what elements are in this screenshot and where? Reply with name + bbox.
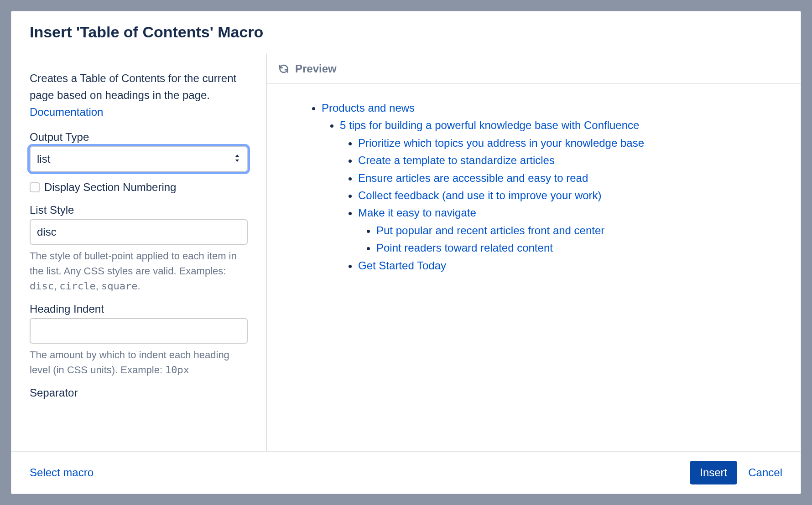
list-style-input[interactable] xyxy=(30,219,248,245)
separator-group: Separator xyxy=(30,386,248,399)
dialog-title: Insert 'Table of Contents' Macro xyxy=(30,23,782,41)
toc-list: Products and news 5 tips for building a … xyxy=(303,99,790,274)
documentation-link[interactable]: Documentation xyxy=(30,106,103,118)
section-numbering-row: Display Section Numbering xyxy=(30,181,248,194)
toc-item: Ensure articles are accessible and easy … xyxy=(358,170,790,187)
toc-item: Put popular and recent articles front an… xyxy=(376,222,790,239)
toc-link[interactable]: Point readers toward related content xyxy=(376,242,553,254)
preview-pane: Preview Products and news 5 tips for bui… xyxy=(267,54,801,451)
macro-dialog: Insert 'Table of Contents' Macro Creates… xyxy=(11,11,801,494)
footer-right: Insert Cancel xyxy=(690,461,782,484)
heading-indent-label: Heading Indent xyxy=(30,303,248,315)
heading-indent-help: The amount by which to indent each headi… xyxy=(30,347,248,377)
toc-link[interactable]: Put popular and recent articles front an… xyxy=(376,224,604,237)
section-numbering-checkbox[interactable] xyxy=(30,182,40,192)
description-text: Creates a Table of Contents for the curr… xyxy=(30,72,236,101)
toc-link[interactable]: Create a template to standardize article… xyxy=(358,154,555,166)
toc-link[interactable]: Products and news xyxy=(322,102,415,114)
output-type-select-wrapper: list xyxy=(30,146,248,172)
preview-header-title: Preview xyxy=(295,62,337,75)
toc-item: Point readers toward related content xyxy=(376,239,790,257)
toc-link[interactable]: Ensure articles are accessible and easy … xyxy=(358,172,588,184)
select-macro-link[interactable]: Select macro xyxy=(30,466,94,479)
list-style-label: List Style xyxy=(30,204,248,216)
refresh-icon[interactable] xyxy=(278,63,290,75)
toc-item: Make it easy to navigate Put popular and… xyxy=(358,204,790,257)
section-numbering-label: Display Section Numbering xyxy=(44,181,176,194)
toc-link[interactable]: Prioritize which topics you address in y… xyxy=(358,137,644,149)
list-style-help: The style of bullet-point applied to eac… xyxy=(30,248,248,294)
dialog-body: Creates a Table of Contents for the curr… xyxy=(11,54,801,451)
toc-item: Products and news 5 tips for building a … xyxy=(322,99,790,274)
insert-button[interactable]: Insert xyxy=(690,461,737,484)
output-type-label: Output Type xyxy=(30,131,248,144)
preview-content: Products and news 5 tips for building a … xyxy=(267,84,801,451)
list-style-group: List Style The style of bullet-point app… xyxy=(30,204,248,294)
toc-item: Create a template to standardize article… xyxy=(358,152,790,169)
macro-description: Creates a Table of Contents for the curr… xyxy=(30,70,248,121)
toc-link[interactable]: 5 tips for building a powerful knowledge… xyxy=(340,119,639,131)
toc-item: Collect feedback (and use it to improve … xyxy=(358,187,790,204)
dialog-header: Insert 'Table of Contents' Macro xyxy=(11,11,801,54)
toc-link[interactable]: Get Started Today xyxy=(358,259,446,272)
output-type-select[interactable]: list xyxy=(30,146,248,172)
toc-link[interactable]: Collect feedback (and use it to improve … xyxy=(358,189,602,201)
toc-link[interactable]: Make it easy to navigate xyxy=(358,206,476,219)
dialog-footer: Select macro Insert Cancel xyxy=(11,451,801,494)
toc-item: Get Started Today xyxy=(358,257,790,274)
preview-header: Preview xyxy=(267,54,801,84)
cancel-button[interactable]: Cancel xyxy=(748,466,782,479)
output-type-value: list xyxy=(37,153,50,165)
toc-item: Prioritize which topics you address in y… xyxy=(358,134,790,152)
output-type-group: Output Type list xyxy=(30,131,248,172)
separator-label: Separator xyxy=(30,386,248,399)
footer-left: Select macro xyxy=(30,466,94,479)
heading-indent-group: Heading Indent The amount by which to in… xyxy=(30,303,248,377)
config-pane: Creates a Table of Contents for the curr… xyxy=(11,54,267,451)
heading-indent-input[interactable] xyxy=(30,318,248,344)
toc-item: 5 tips for building a powerful knowledge… xyxy=(340,117,790,274)
